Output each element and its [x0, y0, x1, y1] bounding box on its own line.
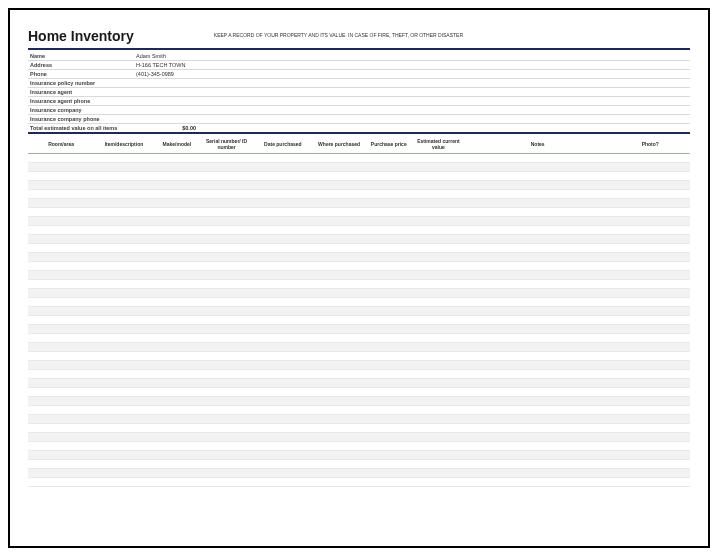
table-cell[interactable] — [611, 172, 691, 181]
table-cell[interactable] — [313, 469, 366, 478]
table-cell[interactable] — [366, 352, 412, 361]
table-cell[interactable] — [412, 469, 465, 478]
table-cell[interactable] — [465, 172, 611, 181]
table-cell[interactable] — [94, 172, 154, 181]
table-cell[interactable] — [465, 208, 611, 217]
table-cell[interactable] — [465, 199, 611, 208]
table-cell[interactable] — [611, 154, 691, 163]
table-cell[interactable] — [28, 469, 94, 478]
table-cell[interactable] — [28, 181, 94, 190]
table-cell[interactable] — [366, 406, 412, 415]
table-cell[interactable] — [465, 415, 611, 424]
table-cell[interactable] — [94, 190, 154, 199]
table-cell[interactable] — [465, 370, 611, 379]
table-cell[interactable] — [611, 271, 691, 280]
table-cell[interactable] — [28, 226, 94, 235]
table-cell[interactable] — [28, 172, 94, 181]
table-cell[interactable] — [313, 343, 366, 352]
table-cell[interactable] — [465, 316, 611, 325]
table-cell[interactable] — [313, 163, 366, 172]
table-cell[interactable] — [94, 469, 154, 478]
table-cell[interactable] — [200, 343, 253, 352]
table-cell[interactable] — [366, 235, 412, 244]
table-cell[interactable] — [366, 379, 412, 388]
table-cell[interactable] — [28, 334, 94, 343]
table-cell[interactable] — [366, 442, 412, 451]
table-cell[interactable] — [313, 208, 366, 217]
table-cell[interactable] — [94, 271, 154, 280]
table-cell[interactable] — [94, 199, 154, 208]
table-cell[interactable] — [154, 433, 200, 442]
table-cell[interactable] — [154, 190, 200, 199]
table-cell[interactable] — [200, 370, 253, 379]
table-cell[interactable] — [200, 163, 253, 172]
table-cell[interactable] — [94, 478, 154, 487]
table-cell[interactable] — [28, 298, 94, 307]
table-cell[interactable] — [366, 271, 412, 280]
table-cell[interactable] — [465, 460, 611, 469]
table-cell[interactable] — [313, 181, 366, 190]
table-cell[interactable] — [154, 406, 200, 415]
table-cell[interactable] — [412, 226, 465, 235]
table-cell[interactable] — [611, 208, 691, 217]
table-cell[interactable] — [412, 361, 465, 370]
table-cell[interactable] — [253, 235, 313, 244]
table-cell[interactable] — [253, 253, 313, 262]
table-cell[interactable] — [253, 469, 313, 478]
table-cell[interactable] — [200, 325, 253, 334]
table-cell[interactable] — [611, 226, 691, 235]
table-cell[interactable] — [366, 172, 412, 181]
table-cell[interactable] — [154, 289, 200, 298]
table-cell[interactable] — [28, 325, 94, 334]
table-cell[interactable] — [313, 235, 366, 244]
table-cell[interactable] — [366, 307, 412, 316]
table-cell[interactable] — [366, 280, 412, 289]
table-cell[interactable] — [611, 478, 691, 487]
table-cell[interactable] — [200, 199, 253, 208]
table-cell[interactable] — [611, 190, 691, 199]
table-cell[interactable] — [313, 316, 366, 325]
table-cell[interactable] — [611, 406, 691, 415]
table-cell[interactable] — [253, 361, 313, 370]
table-cell[interactable] — [28, 406, 94, 415]
table-cell[interactable] — [465, 226, 611, 235]
table-cell[interactable] — [465, 235, 611, 244]
table-cell[interactable] — [253, 289, 313, 298]
table-cell[interactable] — [154, 181, 200, 190]
table-cell[interactable] — [465, 352, 611, 361]
table-cell[interactable] — [28, 244, 94, 253]
table-cell[interactable] — [611, 181, 691, 190]
table-cell[interactable] — [28, 208, 94, 217]
table-cell[interactable] — [313, 262, 366, 271]
table-cell[interactable] — [313, 298, 366, 307]
table-cell[interactable] — [611, 469, 691, 478]
table-cell[interactable] — [94, 397, 154, 406]
table-cell[interactable] — [200, 406, 253, 415]
table-cell[interactable] — [465, 307, 611, 316]
table-cell[interactable] — [313, 325, 366, 334]
table-cell[interactable] — [366, 451, 412, 460]
table-cell[interactable] — [611, 235, 691, 244]
table-cell[interactable] — [28, 424, 94, 433]
table-cell[interactable] — [28, 307, 94, 316]
table-cell[interactable] — [28, 379, 94, 388]
table-cell[interactable] — [465, 217, 611, 226]
table-cell[interactable] — [253, 316, 313, 325]
table-cell[interactable] — [94, 388, 154, 397]
table-cell[interactable] — [94, 343, 154, 352]
table-cell[interactable] — [465, 154, 611, 163]
table-cell[interactable] — [200, 361, 253, 370]
table-cell[interactable] — [313, 460, 366, 469]
table-cell[interactable] — [94, 217, 154, 226]
table-cell[interactable] — [366, 181, 412, 190]
table-cell[interactable] — [412, 190, 465, 199]
table-cell[interactable] — [253, 379, 313, 388]
table-cell[interactable] — [94, 433, 154, 442]
table-cell[interactable] — [28, 352, 94, 361]
table-cell[interactable] — [611, 289, 691, 298]
table-cell[interactable] — [366, 208, 412, 217]
table-cell[interactable] — [366, 397, 412, 406]
table-cell[interactable] — [465, 334, 611, 343]
table-cell[interactable] — [28, 415, 94, 424]
table-cell[interactable] — [465, 406, 611, 415]
